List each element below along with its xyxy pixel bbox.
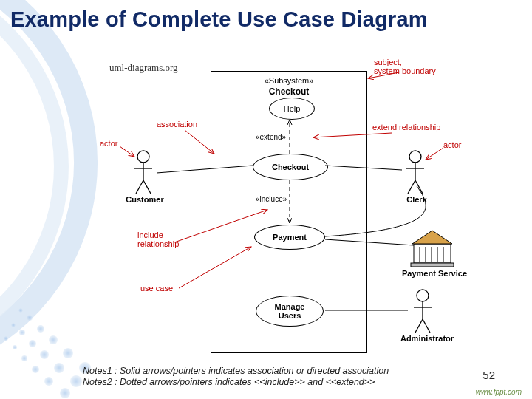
actor-clerk-label: Clerk [402, 195, 432, 204]
svg-line-23 [174, 210, 267, 242]
svg-point-9 [40, 350, 49, 359]
note-2: Notes2 : Dotted arrows/pointers indicate… [83, 377, 389, 389]
svg-rect-52 [411, 263, 454, 267]
svg-point-15 [32, 366, 39, 373]
svg-line-19 [185, 130, 214, 154]
svg-point-11 [70, 375, 82, 387]
svg-point-17 [60, 388, 70, 398]
note-1: Notes1 : Solid arrows/pointers indicates… [83, 366, 389, 378]
diagram-lines [103, 62, 473, 355]
svg-point-3 [49, 335, 58, 344]
actor-admin-icon [414, 290, 432, 332]
page-title: Example of Complete Use Case Diagram [10, 7, 428, 32]
svg-point-41 [417, 290, 429, 301]
actor-customer-label: Customer [124, 195, 166, 204]
svg-point-7 [19, 330, 25, 335]
svg-line-20 [120, 146, 134, 157]
svg-point-10 [54, 363, 64, 373]
svg-line-18 [368, 72, 399, 78]
svg-point-14 [21, 355, 27, 361]
svg-line-45 [423, 319, 430, 332]
actor-customer-icon [134, 151, 152, 194]
svg-line-44 [415, 319, 423, 332]
decorative-swirls [0, 0, 103, 399]
actor-admin-label: Administrator [398, 334, 457, 343]
use-case-diagram: uml-diagrams.org subject, system boundar… [103, 62, 473, 355]
svg-point-13 [13, 345, 17, 349]
actor-payment-service-label: Payment Service [398, 269, 471, 278]
fppt-link: www.fppt.com [476, 388, 522, 396]
svg-line-25 [157, 166, 253, 173]
svg-line-40 [415, 180, 423, 194]
svg-line-39 [408, 180, 415, 194]
svg-line-21 [426, 148, 443, 160]
svg-point-8 [29, 340, 36, 347]
svg-line-35 [143, 180, 151, 194]
svg-point-2 [37, 325, 44, 332]
notes: Notes1 : Solid arrows/pointers indicates… [83, 366, 389, 389]
svg-point-4 [63, 348, 73, 358]
svg-line-27 [325, 239, 414, 245]
svg-line-26 [325, 166, 402, 170]
svg-point-6 [11, 323, 16, 327]
page-number: 52 [482, 369, 495, 381]
svg-point-1 [27, 315, 33, 321]
svg-point-36 [409, 151, 421, 163]
svg-point-31 [137, 151, 149, 163]
svg-point-12 [4, 336, 8, 341]
svg-line-22 [313, 133, 392, 137]
svg-line-34 [136, 180, 143, 194]
actor-clerk-icon [406, 151, 424, 194]
svg-line-24 [179, 247, 251, 288]
svg-point-0 [18, 308, 23, 313]
slide: Example of Complete Use Case Diagram uml… [0, 0, 532, 399]
actor-payment-service-icon [411, 231, 454, 267]
svg-point-16 [44, 377, 53, 386]
